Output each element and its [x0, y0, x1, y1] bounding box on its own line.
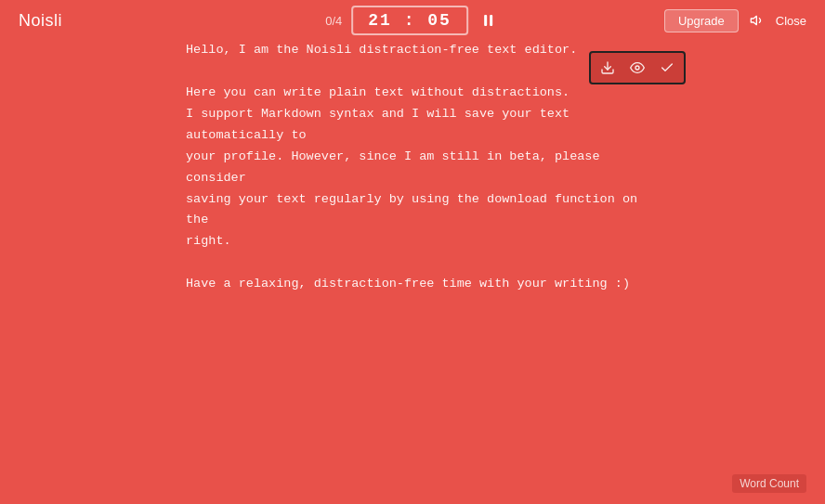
header-left: Noisli — [19, 11, 62, 31]
editor-text: Hello, I am the Noisli distraction-free … — [186, 19, 639, 295]
editor-line-7: right. — [186, 234, 231, 248]
editor-line-5: your profile. However, since I am still … — [186, 149, 608, 185]
check-icon — [660, 60, 674, 75]
editor-line-6: saving your text regularly by using the … — [186, 192, 645, 227]
editor-line-9: Have a relaxing, distraction-free time w… — [186, 277, 630, 291]
check-button[interactable] — [656, 57, 678, 79]
svg-marker-0 — [751, 16, 756, 24]
editor-line-4: I support Markdown syntax and I will sav… — [186, 107, 577, 142]
volume-button[interactable] — [750, 13, 765, 28]
close-button[interactable]: Close — [776, 14, 806, 28]
header-right: Upgrade Close — [664, 9, 806, 32]
app-logo: Noisli — [19, 11, 62, 31]
editor-line-1: Hello, I am the Noisli distraction-free … — [186, 43, 577, 57]
editor-area[interactable]: Hello, I am the Noisli distraction-free … — [186, 19, 639, 458]
word-count-button[interactable]: Word Count — [732, 474, 806, 493]
upgrade-button[interactable]: Upgrade — [664, 9, 739, 32]
editor-line-3: Here you can write plain text without di… — [186, 85, 570, 99]
volume-icon — [750, 13, 765, 28]
